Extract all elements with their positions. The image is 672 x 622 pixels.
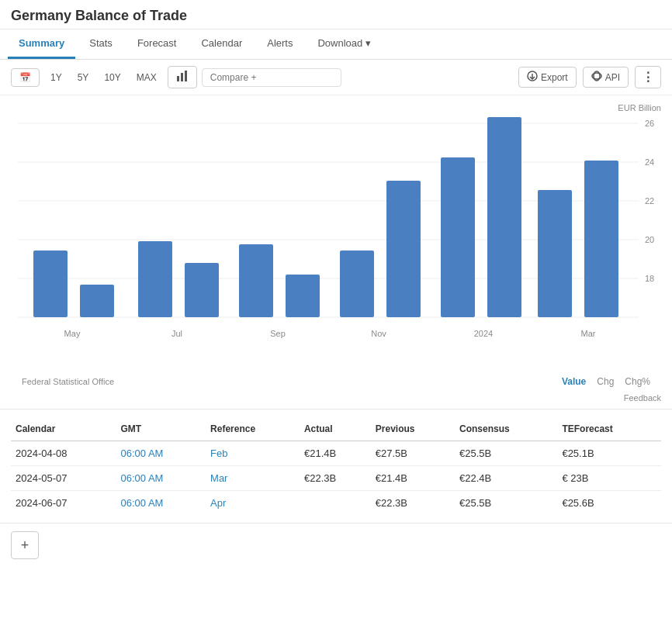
cell-teforecast: €25.6B [557,491,661,516]
chart-type-button[interactable] [168,66,197,88]
period-1y[interactable]: 1Y [44,69,68,86]
api-button[interactable]: API [583,67,629,88]
toolbar: 📅 1Y 5Y 10Y MAX Export API ⋮ [0,60,672,95]
cell-reference: Feb [206,441,300,466]
api-label: API [605,72,620,83]
cell-teforecast: € 23B [557,466,661,491]
chart-footer: Federal Statistical Office Value Chg Chg… [11,371,661,392]
col-reference: Reference [206,417,300,441]
svg-rect-24 [286,275,320,317]
cell-reference: Mar [206,466,300,491]
svg-rect-27 [386,181,421,317]
export-icon [527,71,538,84]
cell-gmt: 06:00 AM [116,466,206,491]
chart-unit: EUR Billion [11,103,661,112]
calendar-button[interactable]: 📅 [11,68,40,87]
tab-calendar[interactable]: Calendar [190,29,253,59]
tabs-nav: Summary Stats Forecast Calendar Alerts D… [0,29,672,60]
svg-text:Jul: Jul [171,329,182,338]
svg-rect-33 [584,161,618,317]
svg-text:Nov: Nov [371,329,386,338]
svg-rect-18 [80,285,114,317]
cell-consensus: €22.4B [455,466,557,491]
add-button[interactable]: + [11,531,39,559]
col-teforecast: TEForecast [557,417,661,441]
svg-text:18: 18 [645,274,654,283]
toolbar-right: Export API ⋮ [518,66,661,88]
cell-previous: €27.5B [371,441,455,466]
svg-text:24: 24 [645,157,654,167]
svg-text:22: 22 [645,196,654,206]
svg-rect-20 [138,241,172,317]
feedback-label[interactable]: Feedback [624,393,661,403]
cell-calendar: 2024-06-07 [11,491,116,516]
tab-summary[interactable]: Summary [8,29,75,59]
cell-gmt: 06:00 AM [116,491,206,516]
svg-text:Sep: Sep [270,329,286,338]
svg-text:2024: 2024 [474,329,493,338]
cell-calendar: 2024-04-08 [11,441,116,466]
svg-rect-21 [185,263,219,317]
svg-rect-17 [33,251,68,317]
legend-chgpct[interactable]: Chg% [625,376,650,387]
svg-text:Mar: Mar [581,329,596,338]
table-section: Calendar GMT Reference Actual Previous C… [0,409,672,523]
svg-rect-23 [239,244,273,317]
svg-rect-30 [487,117,521,317]
export-button[interactable]: Export [518,67,577,88]
compare-input[interactable] [202,68,341,87]
tab-forecast[interactable]: Forecast [126,29,188,59]
svg-rect-29 [441,157,475,317]
chart-area: EUR Billion 26 24 22 20 18 May [0,95,672,392]
table-row: 2024-05-07 06:00 AM Mar €22.3B €21.4B €2… [11,466,661,491]
svg-text:26: 26 [645,119,654,128]
col-actual: Actual [300,417,371,441]
legend-chg[interactable]: Chg [597,376,614,387]
cell-gmt: 06:00 AM [116,441,206,466]
svg-text:May: May [64,329,81,338]
api-icon [591,71,602,84]
period-max[interactable]: MAX [130,69,163,86]
table-row: 2024-04-08 06:00 AM Feb €21.4B €27.5B €2… [11,441,661,466]
calendar-icon: 📅 [19,72,31,83]
table-row: 2024-06-07 06:00 AM Apr €22.3B €25.5B €2… [11,491,661,516]
cell-teforecast: €25.1B [557,441,661,466]
export-label: Export [541,72,568,83]
cell-previous: €22.3B [371,491,455,516]
period-buttons: 1Y 5Y 10Y MAX [44,69,163,86]
svg-rect-26 [340,251,374,317]
svg-rect-0 [177,76,179,81]
svg-rect-2 [185,71,187,81]
period-5y[interactable]: 5Y [71,69,95,86]
cell-calendar: 2024-05-07 [11,466,116,491]
cell-consensus: €25.5B [455,491,557,516]
chart-legend: Value Chg Chg% [562,376,650,387]
cell-actual: €21.4B [300,441,371,466]
cell-previous: €21.4B [371,466,455,491]
svg-rect-32 [538,190,572,317]
tab-alerts[interactable]: Alerts [256,29,303,59]
chart-container: 26 24 22 20 18 May Jul Sep [18,116,654,371]
cell-actual [300,491,371,516]
cell-actual: €22.3B [300,466,371,491]
svg-rect-1 [181,73,183,81]
period-10y[interactable]: 10Y [98,69,126,86]
cell-reference: Apr [206,491,300,516]
col-consensus: Consensus [455,417,557,441]
tab-download[interactable]: Download ▾ [307,29,381,59]
legend-value[interactable]: Value [562,376,586,387]
cell-consensus: €25.5B [455,441,557,466]
more-button[interactable]: ⋮ [635,66,661,88]
col-calendar: Calendar [11,417,116,441]
tab-stats[interactable]: Stats [78,29,123,59]
bar-chart-icon [176,70,189,85]
bar-chart-svg: 26 24 22 20 18 May Jul Sep [18,116,654,371]
feedback-area: Feedback [0,392,672,409]
data-table: Calendar GMT Reference Actual Previous C… [11,417,661,515]
col-gmt: GMT [116,417,206,441]
page-title: Germany Balance of Trade [0,0,672,29]
source-label: Federal Statistical Office [22,377,114,386]
svg-text:20: 20 [645,235,654,244]
col-previous: Previous [371,417,455,441]
